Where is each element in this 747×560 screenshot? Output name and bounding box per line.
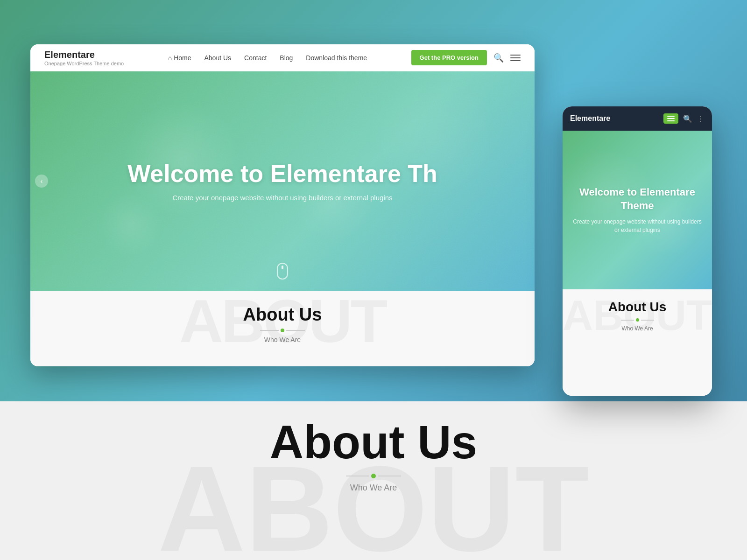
nav-contact-link[interactable]: Contact [244,54,267,62]
scroll-dot [282,266,283,269]
home-icon: ⌂ [168,54,172,62]
mobile-about-divider [563,318,712,322]
desktop-about-divider [30,329,535,332]
mobile-menu-line-1 [667,116,675,117]
mobile-hero-title: Welcome to Elementare Theme [563,186,712,212]
mobile-menu-line-3 [667,120,675,121]
bottom-divider-line-left [346,476,369,476]
menu-line-2 [510,57,521,58]
mobile-divider-line-left [621,320,634,321]
scroll-indicator [277,263,288,280]
desktop-brand-name: Elementare [44,49,124,60]
mobile-about-title: About Us [563,300,712,315]
nav-download-link[interactable]: Download this theme [306,54,367,62]
bottom-about-subtitle: Who We Are [0,483,747,493]
desktop-hero-subtitle: Create your onepage website without usin… [172,194,392,202]
nav-home-link[interactable]: ⌂ Home [168,54,191,62]
mobile-hero: Welcome to Elementare Theme Create your … [563,131,712,289]
bottom-divider-line-right [378,476,401,476]
mobile-brand-name: Elementare [570,114,610,123]
mobile-more-icon[interactable]: ⋮ [697,114,705,123]
arrow-left-icon: ‹ [41,177,43,185]
desktop-mockup: Elementare Onepage WordPress Theme demo … [30,44,535,366]
mobile-nav-icons: 🔍 ⋮ [663,113,705,124]
desktop-divider-dot [281,329,284,332]
bottom-about-title: About Us [0,415,747,469]
mobile-navbar: Elementare 🔍 ⋮ [563,106,712,131]
desktop-hero-title: Welcome to Elementare Th [109,161,456,187]
nav-about-link[interactable]: About Us [204,54,231,62]
mobile-hero-subtitle: Create your onepage website without usin… [563,217,712,234]
mobile-about-subtitle: Who We Are [563,325,712,332]
desktop-navbar: Elementare Onepage WordPress Theme demo … [30,44,535,71]
mobile-divider-line-right [641,320,654,321]
desktop-about-title: About Us [30,305,535,325]
bottom-divider [0,474,747,478]
desktop-about-section: ABOUT About Us Who We Are [30,291,535,366]
mobile-search-icon[interactable]: 🔍 [683,114,692,123]
desktop-divider-line-right [286,330,305,331]
mobile-menu-button[interactable] [663,113,678,124]
desktop-nav-right: Get the PRO version 🔍 [411,50,521,65]
mobile-mockup: Elementare 🔍 ⋮ Welcome to Elementare The… [563,106,712,396]
prev-slide-button[interactable]: ‹ [35,175,48,188]
menu-line-1 [510,55,521,56]
desktop-about-subtitle: Who We Are [30,336,535,343]
search-button[interactable]: 🔍 [493,53,504,63]
desktop-nav-links: ⌂ Home About Us Contact Blog Download th… [168,54,367,62]
search-icon: 🔍 [493,53,504,63]
mobile-about-bg-text: ABOUT [563,292,712,340]
bottom-about-section: ABOUT About Us Who We Are [0,401,747,560]
mobile-divider-dot [636,318,639,322]
menu-line-3 [510,60,521,61]
desktop-divider-line-left [260,330,279,331]
pro-version-button[interactable]: Get the PRO version [411,50,487,65]
menu-button[interactable] [510,55,521,61]
desktop-brand: Elementare Onepage WordPress Theme demo [44,49,124,66]
bottom-divider-dot [371,474,376,478]
nav-blog-link[interactable]: Blog [280,54,293,62]
mobile-about-section: ABOUT About Us Who We Are [563,289,712,396]
desktop-brand-tagline: Onepage WordPress Theme demo [44,61,124,66]
mobile-menu-line-2 [667,118,675,119]
desktop-hero: ‹ Welcome to Elementare Th Create your o… [30,71,535,291]
